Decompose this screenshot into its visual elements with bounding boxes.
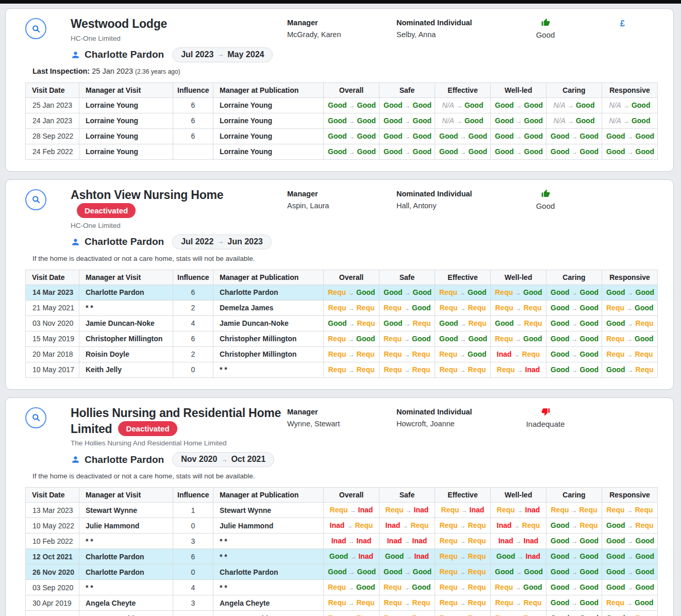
column-header: Caring [546,270,602,285]
arrow-icon: → [625,522,636,529]
influence-cell: 6 [173,611,213,616]
rating-to: Requ [579,506,597,514]
provider-name: HC-One Limited [71,35,287,42]
well-led-rating-cell: Good→Good [491,144,546,159]
overall-rating-cell: Good→Good [324,144,379,159]
search-button-col [25,16,71,39]
manager-at-publication-cell: Lorraine Young [213,144,324,159]
responsive-rating-cell: Good→Good [602,580,658,595]
column-header: Influence [173,270,213,285]
arrow-icon: → [458,133,469,140]
arrow-icon: → [624,600,635,607]
manager-at-publication-cell: Julie Hammond [213,518,324,534]
rating-to: Requ [522,521,540,529]
effective-rating-cell: Requ→Requ [435,580,491,595]
arrow-icon: → [217,238,224,245]
overall-rating-block: Good [507,188,584,210]
arrow-icon: → [403,133,413,140]
visit-row: 21 May 2021* *2Demelza JamesRequ→RequReq… [26,300,658,315]
caring-rating-cell: Good→Good [546,285,602,300]
search-icon [31,412,41,423]
arrow-icon: → [513,289,523,296]
rating-to: Inad [470,506,485,514]
table-header-row: Visit DateManager at VisitInfluenceManag… [26,82,658,97]
arrow-icon: → [347,118,357,125]
search-button[interactable] [25,189,46,210]
safe-rating-cell: Good→Good [379,564,435,580]
visit-row: 26 Nov 2020Charlotte Pardon0Charlotte Pa… [26,564,658,580]
arrow-icon: → [570,600,580,607]
pound-icon[interactable]: £ [620,19,625,28]
rating-from: Requ [384,365,402,374]
deactivated-badge: Deactivated [118,421,177,437]
thumbs-up-icon [541,18,550,27]
rating-from: Requ [328,335,346,343]
responsive-rating-cell: N/A→Good [602,97,658,113]
arrow-icon: → [511,522,522,529]
manager-at-visit-cell: Jamie Duncan-Noke [79,315,173,331]
effective-rating-cell: Requ→Requ [435,518,491,534]
column-header: Influence [173,488,213,503]
rating-from: Requ [384,614,402,616]
rating-to: Good [524,132,543,140]
home-name: Westwood Lodge [71,17,167,30]
arrow-icon: → [515,367,525,374]
arrow-icon: → [346,351,357,358]
column-header: Influence [173,82,213,97]
rating-from: Good [439,319,458,327]
person-name: Charlotte Pardon [85,236,164,247]
rating-to: Inad [524,537,539,545]
arrow-icon: → [403,148,413,156]
arrow-icon: → [221,456,227,463]
overall-rating-cell: Good→Good [324,564,379,580]
responsive-rating-cell: Good→Good [602,534,658,549]
visit-date-cell: 26 Nov 2020 [26,564,79,580]
overall-rating-cell: Requ→Good [324,331,379,346]
rating-from: Inad [386,521,401,529]
manager-at-visit-cell: Lorraine Young [79,144,173,159]
tenure-badge: Nov 2020 → Oct 2021 [172,452,274,467]
rating-from: Good [606,583,625,591]
visit-row: 15 May 2019Christopher Millington6Christ… [26,331,658,346]
last-inspection-label: Last Inspection: [32,67,90,75]
rating-to: Inad [357,537,372,545]
arrow-icon: → [347,148,357,156]
rating-from: Good [551,365,570,374]
search-button[interactable] [25,18,46,39]
arrow-icon: → [347,569,357,576]
person-name: Charlotte Pardon [85,49,164,60]
safe-rating-cell: Good→Good [379,113,435,128]
safe-rating-cell: Requ→Good [379,580,435,595]
influence-cell: 6 [173,331,213,346]
responsive-rating-cell: Good→Good [602,549,658,564]
rating-from: Requ [386,506,404,514]
arrow-icon: → [515,553,525,560]
last-inspection-line: Last Inspection: 25 Jan 2023 (2.36 years… [32,67,657,75]
arrow-icon: → [403,569,413,576]
visit-row: 12 Oct 2021Charlotte Pardon6* *Good→Inad… [26,549,658,564]
rating-to: Good [469,132,488,140]
rating-from: Good [495,116,514,125]
rating-text: Inadequate [507,420,584,428]
nominated-individual-block: Nominated Individual Hall, Antony [396,188,507,210]
safe-rating-cell: Requ→Inad [379,503,435,518]
rating-from: Requ [607,506,625,514]
manager-at-visit-cell: Charlotte Pardon [79,549,173,564]
column-header: Manager at Visit [79,488,173,503]
manager-label: Manager [287,188,396,198]
rating-to: Good [580,552,599,560]
arrow-icon: → [625,569,636,576]
effective-rating-cell: Requ→Good [435,346,491,362]
rating-from: Requ [384,304,402,312]
visit-date-cell: 14 Mar 2023 [26,285,79,300]
arrow-icon: → [402,367,412,374]
arrow-icon: → [570,569,580,576]
search-button[interactable] [25,407,46,428]
rating-from: Good [384,101,403,109]
rating-from: Good [439,335,458,343]
actions-col [584,406,657,408]
caring-rating-cell: N/A→Good [546,113,602,128]
safe-rating-cell: Inad→Inad [379,534,435,549]
manager-at-visit-cell: Lorraine Young [79,128,173,144]
rating-to: Requ [524,598,542,607]
